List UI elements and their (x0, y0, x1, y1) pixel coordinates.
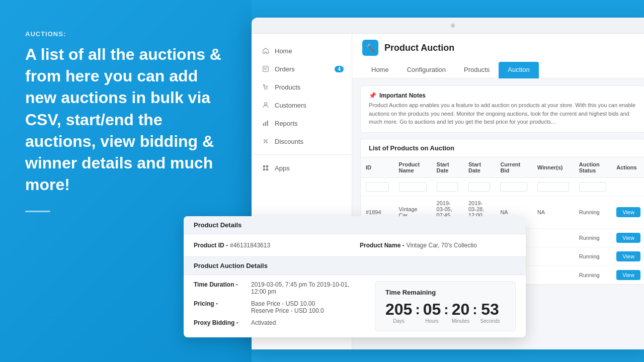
sidebar-label-reports: Reports (275, 120, 298, 127)
sidebar-label-apps: Apps (275, 164, 290, 172)
sidebar-item-apps[interactable]: Apps (252, 159, 352, 177)
proxy-bidding-label: Proxy Bidding - (194, 319, 249, 326)
auction-details-section: Product Auction Details Time Duration - … (184, 256, 526, 337)
products-icon (262, 83, 270, 91)
pricing-field: Pricing - Base Price - USD 10.00 Reserve… (194, 300, 365, 314)
product-id-value: #46131843613 (230, 242, 270, 249)
window-dot (451, 24, 455, 28)
notes-text: Product Auction app enables you a featur… (369, 101, 637, 126)
sidebar-label-discounts: Discounts (275, 138, 303, 145)
tab-auction[interactable]: Auction (499, 62, 538, 78)
table-title: List of Products on Auction (361, 139, 644, 157)
pricing-base: Base Price - USD 10.00 (251, 300, 324, 307)
left-divider (25, 211, 50, 212)
filter-current-bid[interactable] (500, 182, 527, 192)
view-button[interactable]: View (616, 251, 640, 261)
pin-icon: 📌 (369, 92, 376, 99)
colon-3: : (469, 302, 480, 318)
pricing-values: Base Price - USD 10.00 Reserve Price - U… (251, 300, 324, 314)
sidebar-label-customers: Customers (275, 102, 306, 109)
left-heading: A list of all the auctions & from here y… (25, 44, 226, 196)
countdown-box: Time Remaining 205 Days : 05 Hours : 20 … (375, 281, 516, 331)
sidebar-label-products: Products (275, 83, 300, 91)
countdown-seconds: 53 Seconds (480, 301, 500, 324)
product-name-field: Product Name - Vintage Car, 70's Collect… (360, 240, 516, 250)
countdown-display: 205 Days : 05 Hours : 20 Minutes : (385, 301, 505, 324)
app-title: Product Auction (384, 43, 454, 53)
cell-status: Running (574, 196, 612, 228)
tab-configuration[interactable]: Configuration (398, 62, 455, 78)
svg-rect-4 (263, 123, 264, 126)
auction-left: Time Duration - 2019-03-05, 7:45 pm To 2… (194, 281, 365, 331)
countdown-hours: 05 Hours (423, 301, 441, 324)
svg-rect-5 (265, 122, 266, 126)
app-header: 🔨 Product Auction Home Configuration Pro… (352, 34, 644, 78)
svg-rect-11 (263, 168, 265, 170)
time-duration-value: 2019-03-05, 7:45 pm To 2019-10-01, 12:00… (251, 281, 365, 295)
sidebar-item-products[interactable]: Products (252, 78, 352, 96)
minutes-number: 20 (452, 301, 470, 317)
colon-2: : (441, 302, 451, 318)
table-header-row: ID Product Name Start Date Start Date Cu… (361, 157, 644, 178)
pricing-reserve: Reserve Price - USD 100.0 (251, 307, 324, 314)
product-details-header: Product Details (184, 216, 526, 234)
proxy-bidding-field: Proxy Bidding - Activated (194, 319, 365, 326)
nav-tabs: Home Configuration Products Auction (362, 62, 644, 78)
sidebar-label-home: Home (275, 47, 292, 55)
auction-details-header: Product Auction Details (184, 257, 526, 275)
sidebar-item-home[interactable]: Home (252, 42, 352, 60)
svg-rect-6 (267, 121, 268, 126)
col-start-date: Start Date (432, 157, 463, 178)
filter-id[interactable] (366, 182, 389, 192)
svg-rect-12 (266, 168, 268, 170)
sidebar-item-orders[interactable]: Orders 4 (252, 60, 352, 78)
sidebar-item-customers[interactable]: Customers (252, 96, 352, 114)
view-button[interactable]: View (616, 233, 640, 243)
svg-point-1 (264, 89, 265, 90)
hours-number: 05 (423, 301, 441, 317)
cell-winners: NA (532, 196, 574, 228)
col-end-date: Start Date (463, 157, 495, 178)
time-duration-label: Time Duration - (194, 281, 249, 288)
col-status: Auction Status (574, 157, 612, 178)
apps-icon (262, 164, 270, 172)
countdown-title: Time Remaining (385, 289, 505, 296)
product-id-field: Product ID - #46131843613 (194, 240, 350, 250)
view-button[interactable]: View (616, 207, 640, 217)
svg-rect-0 (263, 66, 269, 72)
col-product-name: Product Name (394, 157, 432, 178)
product-name-value: Vintage Car, 70's Collectio (407, 242, 477, 249)
product-name-label: Product Name - (360, 242, 405, 249)
notes-title: 📌 Important Notes (369, 92, 637, 99)
col-id: ID (361, 157, 394, 178)
filter-status[interactable] (579, 182, 607, 192)
product-details-body: Product ID - #46131843613 Product Name -… (184, 234, 526, 256)
tab-home[interactable]: Home (362, 62, 398, 78)
col-winners: Winner(s) (532, 157, 574, 178)
tab-products[interactable]: Products (455, 62, 499, 78)
sidebar-item-discounts[interactable]: Discounts (252, 132, 352, 150)
window-bar (252, 18, 644, 34)
svg-rect-9 (263, 165, 265, 167)
discounts-icon (262, 137, 270, 145)
view-button[interactable]: View (616, 270, 640, 280)
hours-label: Hours (425, 318, 439, 324)
countdown-minutes: 20 Minutes (452, 301, 470, 324)
customers-icon (262, 101, 270, 109)
filter-end-date[interactable] (468, 182, 490, 192)
sidebar-item-reports[interactable]: Reports (252, 114, 352, 132)
app-logo-icon: 🔨 (362, 40, 378, 56)
seconds-number: 53 (481, 301, 499, 317)
minutes-label: Minutes (452, 318, 469, 324)
filter-winners[interactable] (537, 182, 569, 192)
filter-row (361, 177, 644, 196)
orders-icon (262, 65, 270, 73)
filter-product-name[interactable] (399, 182, 427, 192)
col-current-bid: Current Bid (495, 157, 532, 178)
reports-icon (262, 119, 270, 127)
svg-point-3 (264, 103, 267, 105)
filter-start-date[interactable] (437, 182, 458, 192)
pricing-label: Pricing - (194, 300, 249, 307)
col-actions: Actions (611, 157, 644, 178)
home-icon (262, 47, 270, 55)
